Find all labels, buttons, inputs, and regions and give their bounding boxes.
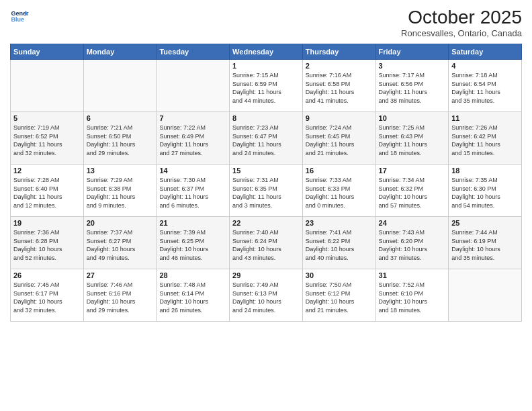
calendar-cell [11, 60, 84, 112]
day-info: Sunrise: 7:26 AM Sunset: 6:42 PM Dayligh… [451, 124, 519, 157]
calendar-cell: 1Sunrise: 7:15 AM Sunset: 6:59 PM Daylig… [230, 60, 303, 112]
day-info: Sunrise: 7:23 AM Sunset: 6:47 PM Dayligh… [232, 124, 300, 157]
col-friday: Friday [375, 44, 449, 60]
day-number: 5 [13, 114, 81, 122]
calendar-cell: 8Sunrise: 7:23 AM Sunset: 6:47 PM Daylig… [230, 112, 303, 165]
calendar-cell: 29Sunrise: 7:49 AM Sunset: 6:13 PM Dayli… [230, 269, 303, 322]
calendar-cell: 30Sunrise: 7:50 AM Sunset: 6:12 PM Dayli… [302, 269, 375, 322]
calendar-cell [157, 60, 230, 112]
day-number: 19 [13, 219, 81, 227]
calendar-cell: 18Sunrise: 7:35 AM Sunset: 6:30 PM Dayli… [449, 165, 522, 217]
day-info: Sunrise: 7:16 AM Sunset: 6:58 PM Dayligh… [306, 71, 373, 105]
day-info: Sunrise: 7:43 AM Sunset: 6:20 PM Dayligh… [379, 228, 446, 262]
day-number: 26 [13, 271, 81, 279]
day-info: Sunrise: 7:44 AM Sunset: 6:19 PM Dayligh… [451, 228, 519, 262]
day-number: 7 [159, 114, 226, 122]
calendar-cell [83, 60, 157, 112]
day-info: Sunrise: 7:45 AM Sunset: 6:17 PM Dayligh… [13, 281, 81, 314]
day-number: 2 [306, 62, 373, 70]
day-info: Sunrise: 7:30 AM Sunset: 6:37 PM Dayligh… [159, 176, 226, 210]
calendar-cell: 10Sunrise: 7:25 AM Sunset: 6:43 PM Dayli… [375, 112, 449, 165]
day-info: Sunrise: 7:25 AM Sunset: 6:43 PM Dayligh… [379, 124, 446, 157]
day-info: Sunrise: 7:50 AM Sunset: 6:12 PM Dayligh… [306, 281, 373, 314]
day-info: Sunrise: 7:21 AM Sunset: 6:50 PM Dayligh… [87, 124, 154, 157]
calendar-cell: 27Sunrise: 7:46 AM Sunset: 6:16 PM Dayli… [83, 269, 157, 322]
calendar-week-2: 12Sunrise: 7:28 AM Sunset: 6:40 PM Dayli… [11, 165, 522, 217]
calendar-cell: 24Sunrise: 7:43 AM Sunset: 6:20 PM Dayli… [375, 217, 449, 269]
day-info: Sunrise: 7:39 AM Sunset: 6:25 PM Dayligh… [159, 228, 226, 262]
day-info: Sunrise: 7:41 AM Sunset: 6:22 PM Dayligh… [306, 228, 373, 262]
calendar-cell: 31Sunrise: 7:52 AM Sunset: 6:10 PM Dayli… [375, 269, 449, 322]
day-info: Sunrise: 7:36 AM Sunset: 6:28 PM Dayligh… [13, 228, 81, 262]
page-container: General Blue October 2025 Roncesvalles, … [0, 0, 532, 328]
calendar-week-0: 1Sunrise: 7:15 AM Sunset: 6:59 PM Daylig… [11, 60, 522, 112]
calendar-cell: 13Sunrise: 7:29 AM Sunset: 6:38 PM Dayli… [83, 165, 157, 217]
calendar-cell: 7Sunrise: 7:22 AM Sunset: 6:49 PM Daylig… [157, 112, 230, 165]
day-info: Sunrise: 7:48 AM Sunset: 6:14 PM Dayligh… [159, 281, 226, 314]
day-info: Sunrise: 7:46 AM Sunset: 6:16 PM Dayligh… [87, 281, 154, 314]
day-number: 23 [306, 219, 373, 227]
col-saturday: Saturday [449, 44, 522, 60]
day-info: Sunrise: 7:37 AM Sunset: 6:27 PM Dayligh… [87, 228, 154, 262]
day-info: Sunrise: 7:19 AM Sunset: 6:52 PM Dayligh… [13, 124, 81, 157]
day-number: 6 [87, 114, 154, 122]
page-subtitle: Roncesvalles, Ontario, Canada [401, 28, 522, 38]
calendar-cell: 6Sunrise: 7:21 AM Sunset: 6:50 PM Daylig… [83, 112, 157, 165]
day-info: Sunrise: 7:35 AM Sunset: 6:30 PM Dayligh… [451, 176, 519, 210]
col-sunday: Sunday [11, 44, 84, 60]
col-monday: Monday [83, 44, 157, 60]
day-number: 10 [379, 114, 446, 122]
calendar-cell: 25Sunrise: 7:44 AM Sunset: 6:19 PM Dayli… [449, 217, 522, 269]
calendar-cell: 11Sunrise: 7:26 AM Sunset: 6:42 PM Dayli… [449, 112, 522, 165]
day-number: 27 [87, 271, 154, 279]
day-number: 18 [451, 167, 519, 175]
calendar-cell [449, 269, 522, 322]
page-title: October 2025 [401, 7, 522, 28]
day-info: Sunrise: 7:49 AM Sunset: 6:13 PM Dayligh… [232, 281, 300, 314]
calendar-cell: 14Sunrise: 7:30 AM Sunset: 6:37 PM Dayli… [157, 165, 230, 217]
day-number: 9 [306, 114, 373, 122]
day-info: Sunrise: 7:18 AM Sunset: 6:54 PM Dayligh… [451, 71, 519, 105]
title-block: October 2025 Roncesvalles, Ontario, Cana… [401, 7, 522, 38]
day-number: 1 [232, 62, 300, 70]
logo: General Blue [10, 7, 29, 26]
calendar-cell: 16Sunrise: 7:33 AM Sunset: 6:33 PM Dayli… [302, 165, 375, 217]
calendar-cell: 4Sunrise: 7:18 AM Sunset: 6:54 PM Daylig… [449, 60, 522, 112]
day-info: Sunrise: 7:33 AM Sunset: 6:33 PM Dayligh… [306, 176, 373, 210]
col-thursday: Thursday [302, 44, 375, 60]
day-info: Sunrise: 7:29 AM Sunset: 6:38 PM Dayligh… [87, 176, 154, 210]
col-wednesday: Wednesday [230, 44, 303, 60]
day-number: 14 [159, 167, 226, 175]
day-number: 12 [13, 167, 81, 175]
svg-text:Blue: Blue [11, 16, 24, 23]
day-number: 13 [87, 167, 154, 175]
day-number: 15 [232, 167, 300, 175]
day-number: 17 [379, 167, 446, 175]
day-number: 8 [232, 114, 300, 122]
calendar-cell: 21Sunrise: 7:39 AM Sunset: 6:25 PM Dayli… [157, 217, 230, 269]
day-info: Sunrise: 7:17 AM Sunset: 6:56 PM Dayligh… [379, 71, 446, 105]
calendar-cell: 19Sunrise: 7:36 AM Sunset: 6:28 PM Dayli… [11, 217, 84, 269]
calendar-week-1: 5Sunrise: 7:19 AM Sunset: 6:52 PM Daylig… [11, 112, 522, 165]
day-number: 31 [379, 271, 446, 279]
calendar-cell: 28Sunrise: 7:48 AM Sunset: 6:14 PM Dayli… [157, 269, 230, 322]
calendar-cell: 23Sunrise: 7:41 AM Sunset: 6:22 PM Dayli… [302, 217, 375, 269]
day-number: 20 [87, 219, 154, 227]
calendar-cell: 15Sunrise: 7:31 AM Sunset: 6:35 PM Dayli… [230, 165, 303, 217]
day-info: Sunrise: 7:28 AM Sunset: 6:40 PM Dayligh… [13, 176, 81, 210]
calendar-cell: 9Sunrise: 7:24 AM Sunset: 6:45 PM Daylig… [302, 112, 375, 165]
day-number: 3 [379, 62, 446, 70]
calendar-cell: 20Sunrise: 7:37 AM Sunset: 6:27 PM Dayli… [83, 217, 157, 269]
day-info: Sunrise: 7:15 AM Sunset: 6:59 PM Dayligh… [232, 71, 300, 105]
day-number: 22 [232, 219, 300, 227]
day-info: Sunrise: 7:52 AM Sunset: 6:10 PM Dayligh… [379, 281, 446, 314]
calendar-cell: 2Sunrise: 7:16 AM Sunset: 6:58 PM Daylig… [302, 60, 375, 112]
calendar-week-3: 19Sunrise: 7:36 AM Sunset: 6:28 PM Dayli… [11, 217, 522, 269]
calendar-cell: 5Sunrise: 7:19 AM Sunset: 6:52 PM Daylig… [11, 112, 84, 165]
col-tuesday: Tuesday [157, 44, 230, 60]
day-number: 16 [306, 167, 373, 175]
logo-icon: General Blue [10, 7, 29, 26]
day-info: Sunrise: 7:34 AM Sunset: 6:32 PM Dayligh… [379, 176, 446, 210]
day-info: Sunrise: 7:22 AM Sunset: 6:49 PM Dayligh… [159, 124, 226, 157]
day-info: Sunrise: 7:31 AM Sunset: 6:35 PM Dayligh… [232, 176, 300, 210]
